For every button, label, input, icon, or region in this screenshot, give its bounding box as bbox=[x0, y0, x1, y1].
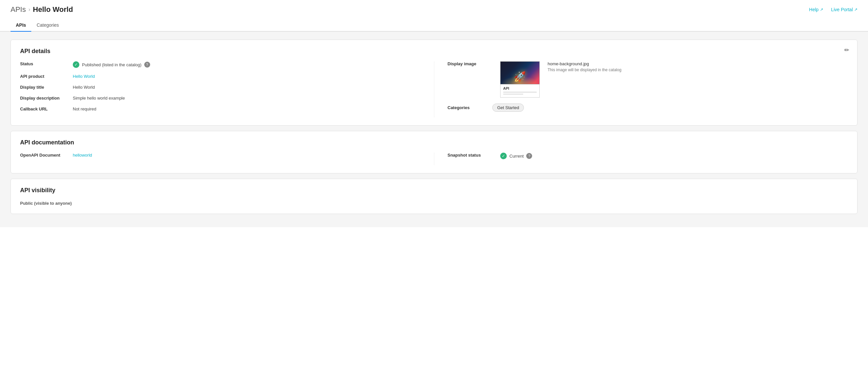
status-label: Status bbox=[20, 61, 73, 66]
status-row: Status ✓ Published (listed in the catalo… bbox=[20, 61, 421, 68]
api-documentation-title: API documentation bbox=[20, 139, 848, 146]
tab-apis[interactable]: APIs bbox=[10, 19, 31, 32]
status-container: ✓ Published (listed in the catalog) ? bbox=[73, 61, 150, 68]
tab-bar: APIs Categories bbox=[0, 19, 868, 32]
breadcrumb-current: Hello World bbox=[33, 5, 73, 14]
image-section: API home-background.jpg This image will … bbox=[500, 61, 621, 97]
tab-categories[interactable]: Categories bbox=[31, 19, 64, 32]
categories-row: Categories Get Started bbox=[447, 104, 848, 112]
display-description-label: Display description bbox=[20, 95, 73, 101]
api-card-preview: API bbox=[500, 84, 540, 97]
api-documentation-card: API documentation OpenAPI Document hello… bbox=[10, 131, 858, 173]
details-right: Display image API bbox=[434, 61, 848, 117]
edit-button[interactable]: ✏ bbox=[843, 45, 850, 55]
callback-url-value: Not required bbox=[73, 107, 96, 111]
breadcrumb: APIs › Hello World bbox=[10, 5, 73, 14]
category-tag: Get Started bbox=[492, 104, 524, 112]
snapshot-help-icon[interactable]: ? bbox=[526, 153, 532, 159]
api-card-line-2 bbox=[503, 94, 523, 94]
openapi-label: OpenAPI Document bbox=[20, 152, 73, 158]
snapshot-status-row: Snapshot status ✓ Current ? bbox=[447, 152, 848, 159]
details-left: Status ✓ Published (listed in the catalo… bbox=[20, 61, 434, 117]
display-image-label: Display image bbox=[447, 61, 500, 66]
page-header: APIs › Hello World Help ↗ Live Portal ↗ bbox=[0, 0, 868, 14]
visibility-value: Public (visible to anyone) bbox=[20, 201, 72, 206]
snapshot-check-icon: ✓ bbox=[500, 152, 507, 159]
image-info: home-background.jpg This image will be d… bbox=[548, 61, 621, 72]
rocket-image bbox=[500, 61, 540, 84]
main-content: API details ✏ Status ✓ Published (listed… bbox=[0, 32, 868, 227]
api-card-lines bbox=[503, 92, 537, 94]
doc-grid: OpenAPI Document helloworld Snapshot sta… bbox=[20, 152, 848, 165]
doc-left: OpenAPI Document helloworld bbox=[20, 152, 434, 165]
header-links: Help ↗ Live Portal ↗ bbox=[809, 7, 858, 12]
api-visibility-title: API visibility bbox=[20, 187, 848, 194]
api-details-card: API details ✏ Status ✓ Published (listed… bbox=[10, 39, 858, 125]
api-product-row: API product Hello World bbox=[20, 74, 421, 79]
api-product-label: API product bbox=[20, 74, 73, 79]
external-link-icon-2: ↗ bbox=[854, 7, 858, 12]
api-details-title: API details bbox=[20, 48, 848, 55]
openapi-value[interactable]: helloworld bbox=[73, 152, 92, 158]
external-link-icon: ↗ bbox=[820, 7, 823, 12]
breadcrumb-apis[interactable]: APIs bbox=[10, 5, 26, 14]
api-visibility-card: API visibility Public (visible to anyone… bbox=[10, 179, 858, 214]
snapshot-status-container: ✓ Current ? bbox=[500, 152, 532, 159]
image-container: API bbox=[500, 61, 540, 97]
callback-url-label: Callback URL bbox=[20, 107, 73, 111]
published-check-icon: ✓ bbox=[73, 61, 80, 68]
display-title-row: Display title Hello World bbox=[20, 85, 421, 90]
status-help-icon[interactable]: ? bbox=[144, 62, 150, 67]
display-image-row: Display image API bbox=[447, 61, 848, 97]
display-description-value: Simple hello world example bbox=[73, 95, 125, 101]
api-card-label: API bbox=[503, 86, 537, 90]
image-desc: This image will be displayed in the cata… bbox=[548, 67, 621, 72]
display-title-value: Hello World bbox=[73, 85, 95, 90]
help-link[interactable]: Help ↗ bbox=[809, 7, 823, 12]
display-title-label: Display title bbox=[20, 85, 73, 90]
breadcrumb-chevron: › bbox=[28, 7, 30, 12]
display-description-row: Display description Simple hello world e… bbox=[20, 95, 421, 101]
categories-label: Categories bbox=[447, 105, 487, 110]
image-filename: home-background.jpg bbox=[548, 61, 621, 66]
api-product-value[interactable]: Hello World bbox=[73, 74, 95, 79]
snapshot-value: Current bbox=[509, 153, 524, 159]
status-value: Published (listed in the catalog) bbox=[82, 62, 142, 67]
doc-right: Snapshot status ✓ Current ? bbox=[434, 152, 848, 165]
snapshot-label: Snapshot status bbox=[447, 152, 500, 158]
api-card-line-1 bbox=[503, 92, 537, 93]
live-portal-link[interactable]: Live Portal ↗ bbox=[831, 7, 858, 12]
callback-url-row: Callback URL Not required bbox=[20, 107, 421, 111]
openapi-doc-row: OpenAPI Document helloworld bbox=[20, 152, 421, 158]
